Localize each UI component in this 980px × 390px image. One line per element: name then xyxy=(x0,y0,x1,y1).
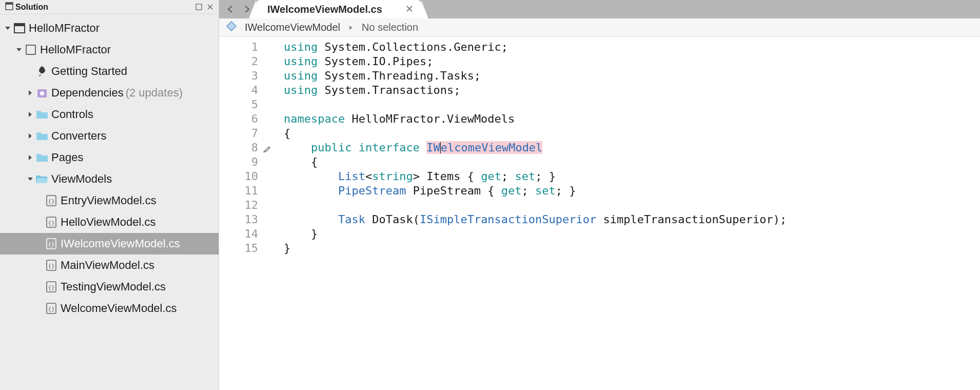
code-line[interactable]: using System.Transactions; xyxy=(284,83,980,98)
tree-file-item[interactable]: {}HelloViewModel.cs xyxy=(0,211,219,233)
line-number: 8 xyxy=(219,141,258,155)
svg-rect-5 xyxy=(26,45,35,54)
tree-dependencies[interactable]: Dependencies (2 updates) xyxy=(0,82,219,104)
code-line[interactable]: using System.IO.Pipes; xyxy=(284,54,980,69)
code-line[interactable] xyxy=(284,198,980,212)
line-number: 6 xyxy=(219,112,258,126)
code-line[interactable]: namespace HelloMFractor.ViewModels xyxy=(284,112,980,126)
code-line[interactable]: PipeStream PipeStream { get; set; } xyxy=(284,184,980,198)
editor-pane: IWelcomeViewModel.cs IWelcomeViewModel N… xyxy=(219,0,980,390)
tree-label: HelloMFractor xyxy=(40,43,111,56)
tree-file-item[interactable]: {}IWelcomeViewModel.cs xyxy=(0,233,219,255)
tree-getting-started[interactable]: Getting Started xyxy=(0,61,219,82)
line-number: 5 xyxy=(219,98,258,112)
tab-label: IWelcomeViewModel.cs xyxy=(267,4,382,15)
tree-label: HelloViewModel.cs xyxy=(61,216,155,229)
tree-file-item[interactable]: {}MainViewModel.cs xyxy=(0,255,219,276)
breadcrumb-secondary[interactable]: No selection xyxy=(362,22,418,33)
tree-note: (2 updates) xyxy=(126,86,183,100)
sidebar-header: Solution xyxy=(0,0,219,14)
code-line[interactable]: { xyxy=(284,155,980,169)
tree-label: IWelcomeViewModel.cs xyxy=(61,237,180,250)
line-number: 2 xyxy=(219,54,258,69)
svg-text:{}: {} xyxy=(48,263,54,269)
chevron-down-icon[interactable] xyxy=(14,47,24,53)
close-pad-button[interactable] xyxy=(205,3,214,12)
chevron-right-icon[interactable] xyxy=(26,90,35,96)
chevron-right-icon[interactable] xyxy=(26,111,35,118)
code-line[interactable]: { xyxy=(284,126,980,141)
svg-text:{}: {} xyxy=(48,198,54,205)
tree-label: MainViewModel.cs xyxy=(61,259,154,272)
tree-label: Converters xyxy=(51,129,107,143)
tree-folder-viewmodels[interactable]: ViewModels xyxy=(0,168,219,190)
chevron-right-icon xyxy=(348,24,354,32)
svg-text:{}: {} xyxy=(48,284,54,291)
line-number: 7 xyxy=(219,126,258,141)
code-editor[interactable]: 123456789101112131415 using System.Colle… xyxy=(219,37,980,390)
nav-back-button[interactable] xyxy=(226,5,234,13)
line-gutter: 123456789101112131415 xyxy=(219,40,263,390)
line-number: 14 xyxy=(219,227,258,241)
line-number: 10 xyxy=(219,169,258,184)
line-number: 3 xyxy=(219,69,258,83)
svg-rect-4 xyxy=(14,24,25,26)
solution-pad-icon xyxy=(5,2,13,12)
code-line[interactable]: using System.Threading.Tasks; xyxy=(284,69,980,83)
chevron-right-icon[interactable] xyxy=(26,154,35,161)
csharp-file-icon: {} xyxy=(44,216,58,228)
package-icon xyxy=(35,87,49,99)
code-line[interactable]: } xyxy=(284,241,980,256)
chevron-down-icon[interactable] xyxy=(26,176,35,182)
code-line[interactable]: Task DoTask(ISimpleTransactionSuperior s… xyxy=(284,212,980,227)
csharp-file-icon: {} xyxy=(44,238,58,250)
tab-bar: IWelcomeViewModel.cs xyxy=(219,0,980,18)
tree-label: HelloMFractor xyxy=(29,22,100,35)
interface-icon xyxy=(226,21,237,34)
breadcrumb-bar: IWelcomeViewModel No selection xyxy=(219,18,980,37)
undock-button[interactable] xyxy=(194,3,203,12)
svg-text:{}: {} xyxy=(48,241,54,248)
line-number: 1 xyxy=(219,40,258,54)
breadcrumb-item[interactable]: IWelcomeViewModel xyxy=(245,22,340,33)
line-number: 13 xyxy=(219,212,258,227)
solution-icon xyxy=(12,22,27,34)
code-line[interactable]: public interface IWelcomeViewModel xyxy=(284,141,980,155)
code-line[interactable]: using System.Collections.Generic; xyxy=(284,40,980,54)
svg-point-7 xyxy=(40,91,44,95)
editor-tab-active[interactable]: IWelcomeViewModel.cs xyxy=(256,0,421,18)
code-content[interactable]: using System.Collections.Generic;using S… xyxy=(263,40,980,390)
chevron-right-icon[interactable] xyxy=(26,133,35,139)
tree-folder-converters[interactable]: Converters xyxy=(0,125,219,147)
solution-sidebar: Solution HelloMFractor xyxy=(0,0,219,390)
sidebar-title: Solution xyxy=(15,3,192,12)
tree-label: ViewModels xyxy=(51,172,112,186)
tree-file-item[interactable]: {}EntryViewModel.cs xyxy=(0,190,219,211)
tree-file-item[interactable]: {}WelcomeViewModel.cs xyxy=(0,298,219,319)
csharp-file-icon: {} xyxy=(44,281,58,293)
tab-close-button[interactable] xyxy=(406,4,413,15)
tree-label: Controls xyxy=(51,108,93,121)
nav-forward-button[interactable] xyxy=(243,5,251,13)
csharp-file-icon: {} xyxy=(44,259,58,271)
svg-text:{}: {} xyxy=(48,306,54,313)
solution-tree[interactable]: HelloMFractor HelloMFractor Getting Star… xyxy=(0,14,219,319)
tree-file-item[interactable]: {}TestingViewModel.cs xyxy=(0,276,219,298)
rocket-icon xyxy=(35,65,49,77)
tree-folder-controls[interactable]: Controls xyxy=(0,104,219,125)
tree-folder-pages[interactable]: Pages xyxy=(0,147,219,168)
folder-icon xyxy=(35,109,49,120)
csharp-file-icon: {} xyxy=(44,302,58,315)
line-number: 11 xyxy=(219,184,258,198)
code-line[interactable]: List<string> Items { get; set; } xyxy=(284,169,980,184)
tree-project-node[interactable]: HelloMFractor xyxy=(0,39,219,61)
line-number: 4 xyxy=(219,83,258,98)
tree-solution-node[interactable]: HelloMFractor xyxy=(0,17,219,39)
csharp-file-icon: {} xyxy=(44,194,58,207)
line-number: 12 xyxy=(219,198,258,212)
chevron-down-icon[interactable] xyxy=(3,25,12,31)
code-line[interactable]: } xyxy=(284,227,980,241)
svg-rect-2 xyxy=(196,4,202,10)
folder-icon xyxy=(35,152,49,163)
code-line[interactable] xyxy=(284,98,980,112)
